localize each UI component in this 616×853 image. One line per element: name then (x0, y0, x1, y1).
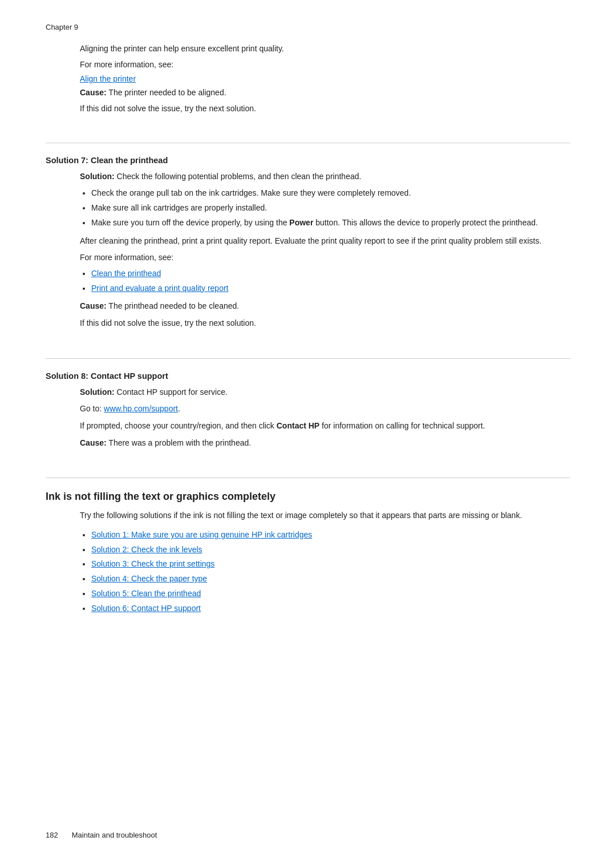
solution7-cause-label: Cause: (80, 301, 107, 310)
solution8-if-prompted: If prompted, choose your country/region,… (80, 420, 570, 432)
solution7-bullets: Check the orange pull tab on the ink car… (91, 187, 570, 229)
list-item: Solution 4: Check the paper type (91, 573, 570, 585)
hp-support-link[interactable]: www.hp.com/support (104, 404, 178, 413)
top-cause-text: The printer needed to be aligned. (107, 88, 226, 97)
list-item: Solution 6: Contact HP support (91, 603, 570, 615)
solution7-cause-text: The printhead needed to be cleaned. (107, 301, 239, 310)
ink-solution2-link[interactable]: Solution 2: Check the ink levels (91, 545, 202, 554)
clean-printhead-link[interactable]: Clean the printhead (91, 269, 161, 278)
solution8-block: Solution 8: Contact HP support Solution:… (46, 371, 570, 468)
footer: 182 Maintain and troubleshoot (0, 831, 616, 839)
solution7-solution-label: Solution: (80, 172, 115, 181)
list-item: Solution 1: Make sure you are using genu… (91, 529, 570, 541)
ink-solution5-link[interactable]: Solution 5: Clean the printhead (91, 589, 201, 598)
ink-solution4-link[interactable]: Solution 4: Check the paper type (91, 574, 207, 583)
solution8-solution-body: Contact HP support for service. (115, 387, 228, 397)
top-if-line: If this did not solve the issue, try the… (80, 103, 570, 115)
list-item: Make sure you turn off the device proper… (91, 217, 570, 229)
solution7-para-after: After cleaning the printhead, print a pr… (80, 235, 570, 248)
print-quality-report-link[interactable]: Print and evaluate a print quality repor… (91, 284, 228, 293)
solution7-solution-body: Check the following potential problems, … (115, 172, 362, 181)
divider-2 (46, 358, 570, 359)
solution8-cause-label: Cause: (80, 438, 107, 447)
solution7-cause: Cause: The printhead needed to be cleane… (80, 300, 570, 313)
solution8-solution-label: Solution: (80, 387, 115, 397)
goto-suffix: . (178, 404, 180, 413)
solution8-indent: Solution: Contact HP support for service… (80, 386, 570, 450)
solution7-links-list: Clean the printhead Print and evaluate a… (91, 268, 570, 294)
divider-1 (46, 143, 570, 143)
top-para2: For more information, see: (80, 59, 570, 71)
divider-3 (46, 478, 570, 478)
solution7-for-more: For more information, see: (80, 252, 570, 264)
solution7-solution-text: Solution: Check the following potential … (80, 171, 570, 183)
solution7-if-text: If this did not solve the issue, try the… (80, 317, 570, 330)
ink-section-block: Ink is not filling the text or graphics … (46, 491, 570, 634)
ink-solution6-link[interactable]: Solution 6: Contact HP support (91, 604, 201, 613)
solution8-heading: Solution 8: Contact HP support (46, 371, 570, 381)
solution8-solution-text: Solution: Contact HP support for service… (80, 386, 570, 399)
ink-solution1-link[interactable]: Solution 1: Make sure you are using genu… (91, 530, 312, 539)
contact-hp-bold: Contact HP (277, 421, 319, 430)
list-item: Print and evaluate a print quality repor… (91, 282, 570, 295)
top-para1: Aligning the printer can help ensure exc… (80, 43, 570, 55)
footer-text: Maintain and troubleshoot (72, 831, 157, 839)
solution7-after-block: After cleaning the printhead, print a pr… (80, 235, 570, 264)
goto-prefix: Go to: (80, 404, 104, 413)
ink-section-heading: Ink is not filling the text or graphics … (46, 491, 570, 503)
list-item: Check the orange pull tab on the ink car… (91, 187, 570, 200)
list-item: Solution 3: Check the print settings (91, 558, 570, 571)
top-link-line: Align the printer (80, 74, 570, 83)
list-item: Make sure all ink cartridges are properl… (91, 202, 570, 215)
top-cause: Cause: The printer needed to be aligned. (80, 87, 570, 99)
solution8-cause: Cause: There was a problem with the prin… (80, 437, 570, 450)
cause-bold-label: Cause: (80, 88, 107, 97)
ink-solution3-link[interactable]: Solution 3: Check the print settings (91, 559, 214, 568)
solution7-cause-block: Cause: The printhead needed to be cleane… (80, 300, 570, 329)
ink-section-links: Solution 1: Make sure you are using genu… (91, 529, 570, 615)
if-prompted-part2: for information on calling for technical… (319, 421, 485, 430)
solution7-block: Solution 7: Clean the printhead Solution… (46, 156, 570, 348)
list-item: Solution 5: Clean the printhead (91, 588, 570, 600)
top-section: Aligning the printer can help ensure exc… (46, 43, 570, 132)
if-prompted-part1: If prompted, choose your country/region,… (80, 421, 277, 430)
solution8-goto: Go to: www.hp.com/support. (80, 403, 570, 415)
solution7-heading: Solution 7: Clean the printhead (46, 156, 570, 165)
power-bold: Power (289, 218, 313, 227)
solution8-cause-text: There was a problem with the printhead. (107, 438, 251, 447)
list-item: Solution 2: Check the ink levels (91, 544, 570, 556)
footer-page-number: 182 (46, 831, 58, 839)
solution7-indent: Solution: Check the following potential … (80, 171, 570, 183)
chapter-label: Chapter 9 (46, 23, 570, 31)
ink-section-intro: Try the following solutions if the ink i… (80, 510, 570, 522)
list-item: Clean the printhead (91, 268, 570, 280)
ink-section-indent: Try the following solutions if the ink i… (80, 510, 570, 522)
align-printer-link[interactable]: Align the printer (80, 74, 136, 83)
